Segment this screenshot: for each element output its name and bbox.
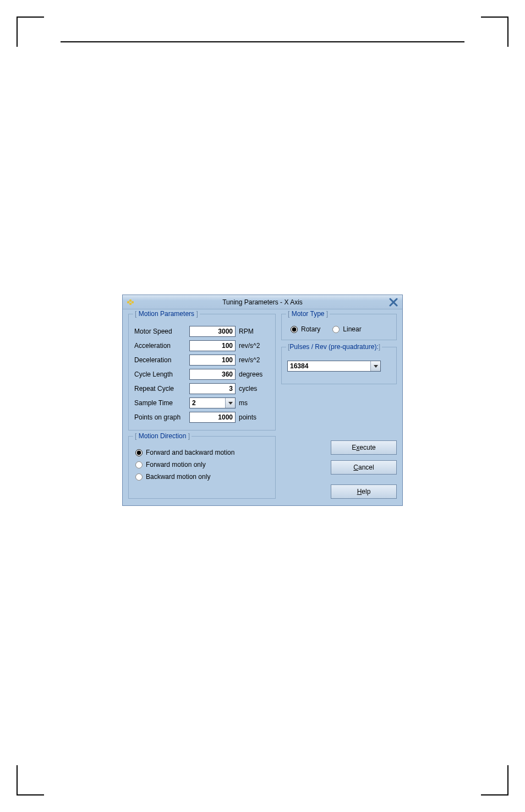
svg-point-1 — [129, 299, 132, 301]
field-label: Repeat Cycle — [134, 385, 189, 393]
group-legend: [ Motion Direction ] — [133, 432, 192, 440]
radio-forward-only[interactable]: Forward motion only — [134, 459, 270, 471]
field-unit: rev/s^2 — [239, 356, 260, 364]
combo-value: 16384 — [288, 362, 370, 370]
radio-input[interactable] — [135, 449, 143, 456]
tuning-parameters-dialog: Tuning Parameters - X Axis [ Motion Para… — [122, 295, 403, 506]
radio-backward-only[interactable]: Backward motion only — [134, 471, 270, 483]
points-on-graph-input[interactable] — [189, 412, 236, 423]
chevron-down-icon — [225, 398, 235, 408]
horizontal-rule — [61, 41, 464, 42]
pulses-per-rev-group: [Pulses / Rev (pre-quadrature):] 16384 — [281, 347, 397, 384]
cancel-button[interactable]: Cancel — [331, 460, 397, 475]
radio-input[interactable] — [135, 461, 143, 468]
field-label: Motor Speed — [134, 328, 189, 335]
motor-speed-input[interactable] — [189, 326, 236, 337]
repeat-cycle-row: Repeat Cycle cycles — [134, 382, 270, 396]
motor-speed-row: Motor Speed RPM — [134, 324, 270, 339]
sample-time-combo[interactable]: 2 — [189, 397, 236, 408]
close-button[interactable] — [388, 297, 399, 308]
execute-button[interactable]: Execute — [331, 440, 397, 455]
radio-label: Backward motion only — [146, 473, 210, 481]
dialog-title: Tuning Parameters - X Axis — [123, 298, 402, 306]
acceleration-row: Acceleration rev/s^2 — [134, 339, 270, 353]
deceleration-input[interactable] — [189, 355, 236, 366]
group-legend: [ Motor Type ] — [286, 310, 330, 318]
cycle-length-row: Cycle Length degrees — [134, 367, 270, 382]
radio-input[interactable] — [332, 326, 340, 333]
radio-forward-backward[interactable]: Forward and backward motion — [134, 446, 270, 459]
motion-direction-group: [ Motion Direction ] Forward and backwar… — [128, 436, 276, 499]
acceleration-input[interactable] — [189, 340, 236, 351]
radio-rotary[interactable]: Rotary — [289, 325, 320, 333]
pulses-combo[interactable]: 16384 — [287, 361, 381, 372]
repeat-cycle-input[interactable] — [189, 383, 236, 394]
field-unit: ms — [239, 399, 248, 407]
crop-mark — [481, 17, 508, 47]
deceleration-row: Deceleration rev/s^2 — [134, 353, 270, 367]
button-label: Help — [357, 488, 371, 495]
crop-mark — [481, 765, 508, 795]
field-unit: cycles — [239, 385, 257, 393]
field-unit: degrees — [239, 370, 262, 378]
help-button[interactable]: Help — [331, 484, 397, 499]
field-unit: points — [239, 413, 256, 421]
radio-label: Linear — [343, 325, 361, 333]
field-unit: RPM — [239, 328, 254, 335]
motor-type-group: [ Motor Type ] Rotary Linear — [281, 314, 397, 340]
button-label: Cancel — [353, 464, 374, 471]
field-label: Acceleration — [134, 342, 189, 350]
field-label: Cycle Length — [134, 370, 189, 378]
group-legend: [ Motion Parameters ] — [133, 310, 200, 318]
crop-mark — [17, 17, 44, 47]
radio-linear[interactable]: Linear — [331, 325, 361, 333]
app-icon — [125, 297, 135, 307]
svg-point-2 — [129, 302, 132, 304]
field-label: Deceleration — [134, 356, 189, 364]
combo-value: 2 — [190, 399, 225, 407]
crop-mark — [17, 765, 44, 795]
motion-parameters-group: [ Motion Parameters ] Motor Speed RPM Ac… — [128, 314, 276, 430]
svg-point-3 — [132, 301, 134, 303]
radio-label: Rotary — [301, 325, 320, 333]
chevron-down-icon — [370, 361, 380, 371]
cycle-length-input[interactable] — [189, 369, 236, 380]
group-legend: [Pulses / Rev (pre-quadrature):] — [286, 343, 382, 351]
field-label: Sample Time — [134, 399, 189, 407]
button-label: Execute — [352, 444, 375, 451]
sample-time-row: Sample Time 2 ms — [134, 396, 270, 410]
title-bar[interactable]: Tuning Parameters - X Axis — [123, 295, 402, 309]
svg-point-0 — [127, 301, 129, 303]
radio-label: Forward and backward motion — [146, 449, 234, 456]
radio-input[interactable] — [135, 473, 143, 481]
points-on-graph-row: Points on graph points — [134, 410, 270, 424]
field-label: Points on graph — [134, 413, 189, 421]
radio-input[interactable] — [291, 326, 298, 333]
field-unit: rev/s^2 — [239, 342, 260, 350]
radio-label: Forward motion only — [146, 461, 206, 468]
